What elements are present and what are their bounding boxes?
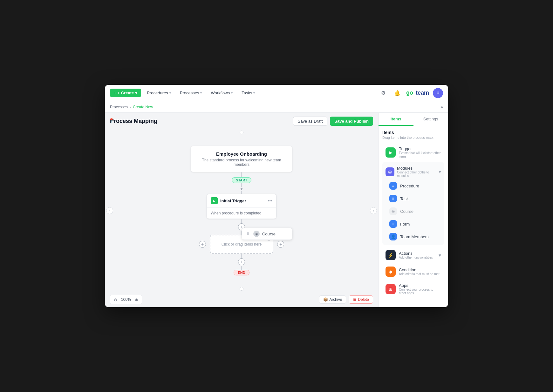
breadcrumb-expand[interactable]: »: [441, 105, 443, 109]
delete-button[interactable]: 🗑 Delete: [349, 295, 373, 304]
tab-items[interactable]: Items: [379, 113, 413, 126]
modules-icon: ◎: [386, 167, 394, 176]
nav-tasks[interactable]: Tasks ▾: [238, 89, 258, 97]
canvas-header: Process Mapping Save as Draft Save and P…: [105, 113, 378, 129]
item-course[interactable]: ◉ Course: [384, 205, 443, 218]
nav-processes[interactable]: Processes ▾: [177, 89, 205, 97]
process-title: Employee Onboarding: [199, 151, 284, 157]
team-members-icon: 👤: [389, 233, 397, 240]
apps-item[interactable]: ⊞ Apps Connect your process to other app…: [382, 280, 444, 297]
add-right-button[interactable]: +: [277, 241, 284, 248]
tab-settings[interactable]: Settings: [413, 113, 448, 126]
condition-item[interactable]: ◆ Condition Add criteria that must be me…: [382, 264, 444, 279]
app-window: + + Create ▾ Procedures ▾ Processes ▾ Wo…: [105, 85, 448, 307]
brand-go: go: [406, 90, 413, 96]
trigger-menu-button[interactable]: •••: [268, 198, 272, 203]
modules-sub: Connect other doths to modules: [397, 171, 436, 178]
delete-label: Delete: [358, 297, 369, 302]
actions-content: Actions Add other functionalities: [399, 251, 433, 259]
trigger-item-icon: ▶: [386, 147, 396, 158]
actions-sub: Add other functionalities: [399, 256, 433, 259]
actions-icon: ⚡: [386, 250, 396, 260]
item-group-apps: ⊞ Apps Connect your process to other app…: [382, 280, 444, 297]
canvas-content: ‹ Employee Onboarding The standard proce…: [105, 129, 378, 292]
save-draft-button[interactable]: Save as Draft: [293, 117, 328, 126]
trigger-icon: ▶: [211, 197, 218, 204]
end-badge: END: [234, 270, 249, 275]
save-publish-button[interactable]: Save and Publish: [330, 117, 373, 126]
modules-toggle[interactable]: ▾: [439, 169, 441, 175]
scroll-left-button[interactable]: ‹: [106, 207, 113, 214]
course-node-label: Course: [262, 232, 276, 236]
form-icon: ≡: [389, 220, 397, 228]
task-label: Task: [400, 196, 409, 201]
notifications-button[interactable]: 🔔: [392, 88, 402, 98]
trigger-item-label: Trigger: [399, 146, 441, 151]
trigger-item-sub: Events that will kickstart other items: [399, 151, 441, 158]
breadcrumb-separator: ›: [130, 105, 131, 109]
sidebar-section-title: Items: [382, 130, 444, 135]
add-left-button[interactable]: +: [199, 241, 206, 248]
trigger-play-icon: ▶: [213, 199, 215, 203]
sidebar-body: Items Drag items into the process map. ▶…: [379, 126, 448, 307]
nav-procedures-label: Procedures: [147, 91, 168, 95]
start-badge: START: [232, 177, 251, 183]
trigger-header: ▶ Initial Trigger •••: [207, 194, 276, 208]
breadcrumb-processes[interactable]: Processes: [110, 105, 128, 109]
item-trigger[interactable]: ▶ Trigger Events that will kickstart oth…: [382, 143, 444, 161]
create-button[interactable]: + + Create ▾: [110, 89, 141, 97]
nav-workflows-label: Workflows: [211, 91, 230, 95]
connector-to-start: [241, 172, 242, 177]
modules-label-group: Modules Connect other doths to modules: [397, 166, 436, 178]
zoom-level: 100%: [120, 297, 132, 302]
chevron-icon: ▾: [200, 91, 202, 95]
canvas-scroll-bottom[interactable]: [240, 287, 243, 291]
trigger-body: When procedure is completed: [207, 208, 276, 219]
item-form[interactable]: ≡ Form: [384, 218, 443, 230]
chevron-icon: ▾: [253, 91, 255, 95]
brand-logo: goteam: [406, 90, 429, 96]
delete-icon: 🗑: [353, 297, 357, 302]
scroll-right-button[interactable]: ›: [370, 207, 377, 214]
settings-button[interactable]: ⚙: [378, 88, 388, 98]
course-node-icon: ◉: [253, 231, 260, 237]
nav-procedures[interactable]: Procedures ▾: [144, 89, 174, 97]
modules-section: ◎ Modules Connect other doths to modules…: [382, 162, 444, 245]
trigger-title: Initial Trigger: [220, 199, 265, 203]
connector-plus-2: +: [238, 254, 245, 270]
archive-button[interactable]: 📦 Archive: [319, 295, 346, 304]
item-group-actions: ⚡ Actions Add other functionalities ▾: [382, 247, 444, 263]
scroll-right-icon: ›: [373, 209, 374, 213]
condition-label: Condition: [399, 267, 440, 272]
apps-sub: Connect your process to other apps: [399, 288, 441, 295]
task-icon: ≡: [389, 195, 397, 202]
item-group-condition: ◆ Condition Add criteria that must be me…: [382, 264, 444, 279]
user-avatar[interactable]: U: [433, 88, 443, 98]
add-step-button-2[interactable]: +: [238, 258, 245, 265]
actions-item[interactable]: ⚡ Actions Add other functionalities ▾: [382, 247, 444, 263]
course-label: Course: [400, 209, 413, 214]
item-procedure[interactable]: ≡ Procedure: [384, 179, 443, 192]
actions-toggle[interactable]: ▾: [439, 252, 441, 258]
procedure-label: Procedure: [400, 184, 419, 188]
sidebar-section-sub: Drag items into the process map.: [382, 136, 444, 139]
arrow-down-icon: ▼: [240, 187, 243, 191]
scroll-left-icon: ‹: [109, 209, 110, 213]
plus-icon: +: [114, 91, 116, 95]
trigger-card: ▶ Initial Trigger ••• When procedure is …: [207, 194, 276, 219]
create-label: + Create: [118, 91, 134, 95]
actions-label: Actions: [399, 251, 433, 256]
course-drag-node[interactable]: ⠿ ◉ Course: [242, 228, 292, 240]
nav-icons: ⚙ 🔔 goteam U: [378, 88, 443, 98]
procedure-icon: ≡: [389, 182, 397, 190]
nav-workflows[interactable]: Workflows ▾: [208, 89, 236, 97]
zoom-out-button[interactable]: ⊖: [112, 296, 119, 303]
zoom-in-button[interactable]: ⊕: [133, 296, 140, 303]
condition-content: Condition Add criteria that must be met: [399, 267, 440, 276]
archive-icon: 📦: [323, 297, 328, 302]
item-team-members[interactable]: 👤 Team Members: [384, 230, 443, 243]
breadcrumb: Processes › Create New »: [105, 101, 448, 113]
item-task[interactable]: ≡ Task: [384, 192, 443, 205]
canvas-title: Process Mapping: [110, 118, 157, 125]
condition-icon: ◆: [386, 267, 396, 277]
